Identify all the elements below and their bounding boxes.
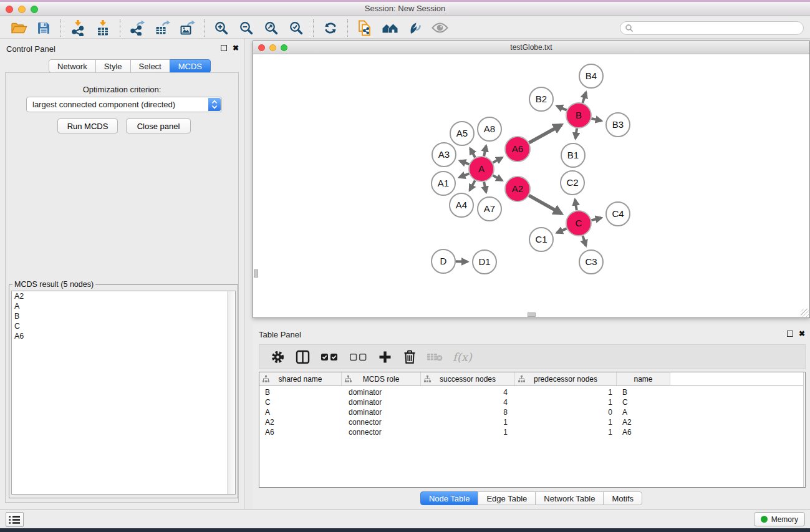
table-cell[interactable]: 1 [515,398,617,407]
clone-network-button[interactable] [352,19,377,37]
close-panel-button[interactable]: Close panel [126,118,191,133]
graph-edge-A6-B[interactable] [529,125,561,143]
table-scrollbar[interactable] [803,372,805,487]
graph-edge-A-A1[interactable] [460,173,470,177]
search-input[interactable] [620,21,804,35]
scrollbar-handle[interactable] [528,312,536,317]
table-cell[interactable]: 1 [515,418,617,427]
graph-node-B3[interactable]: B3 [606,113,630,137]
tab-style[interactable]: Style [95,59,131,73]
minimize-window-button[interactable] [269,44,276,51]
tab-network-table[interactable]: Network Table [535,491,604,505]
show-hide-button[interactable] [427,19,452,37]
delete-table-button[interactable] [427,349,443,365]
column-header-predecessor-nodes[interactable]: predecessor nodes [515,372,617,385]
graph-node-B[interactable]: B [566,103,591,128]
graphics-details-button[interactable] [402,19,427,37]
graph-edge-B-B3[interactable] [591,118,601,121]
close-window-button[interactable] [258,44,265,51]
result-item[interactable]: A6 [12,331,235,341]
table-cell[interactable]: 1 [515,428,617,437]
unselect-all-columns-button[interactable] [348,349,368,365]
table-row[interactable]: Adominator80A [259,407,805,417]
table-cell[interactable]: dominator [342,398,421,407]
tab-edge-table[interactable]: Edge Table [478,491,536,505]
graph-edge-A2-C[interactable] [529,195,561,213]
scrollbar-handle[interactable] [254,269,258,278]
graph-node-D[interactable]: D [432,249,455,273]
graph-node-A5[interactable]: A5 [450,122,474,145]
table-cell[interactable]: 0 [515,408,617,417]
graph-edge-A-A7[interactable] [484,182,486,193]
table-cell[interactable]: B [259,388,342,397]
graph-edge-A-A4[interactable] [470,180,475,190]
table-settings-button[interactable] [269,349,286,365]
table-cell[interactable]: connector [342,418,421,427]
result-item[interactable]: A [12,301,235,311]
optimization-criterion-select[interactable]: largest connected component (directed) [26,97,222,112]
float-panel-icon[interactable] [787,331,793,337]
table-cell[interactable]: C [617,398,670,407]
show-columns-button[interactable] [294,349,311,365]
graph-node-A7[interactable]: A7 [478,197,501,221]
column-header-mcds-role[interactable]: MCDS role [342,372,421,385]
minimize-window-button[interactable] [18,6,26,13]
graph-edge-C-C3[interactable] [582,236,586,246]
table-cell[interactable]: A [259,408,342,417]
resize-grip[interactable] [801,309,809,317]
graph-edge-C-C4[interactable] [591,218,601,220]
table-row[interactable]: A6connector11A6 [259,427,805,437]
table-cell[interactable]: C [259,398,342,407]
graph-edge-C-C2[interactable] [575,200,577,210]
import-table-button[interactable] [90,19,115,37]
table-cell[interactable]: B [617,388,670,397]
table-cell[interactable]: A [617,408,670,417]
delete-column-button[interactable] [402,349,418,365]
graph-node-B1[interactable]: B1 [561,143,585,167]
graph-node-A1[interactable]: A1 [432,172,455,195]
graph-node-D1[interactable]: D1 [473,250,496,274]
table-cell[interactable]: A2 [259,418,342,427]
table-cell[interactable]: 4 [421,398,515,407]
table-cell[interactable]: connector [342,428,421,437]
graph-node-C[interactable]: C [566,211,591,236]
zoom-window-button[interactable] [31,6,38,13]
graph-node-A4[interactable]: A4 [450,193,473,217]
graph-edge-A-A6[interactable] [493,158,502,163]
table-cell[interactable]: 4 [421,388,515,397]
zoom-out-button[interactable] [234,19,259,37]
graph-edge-A-A2[interactable] [493,175,502,180]
close-panel-icon[interactable]: ✖ [799,331,805,337]
graph-edge-B-B1[interactable] [576,128,577,138]
table-cell[interactable]: 8 [421,408,515,417]
graph-node-A3[interactable]: A3 [432,143,456,167]
result-item[interactable]: A2 [12,291,235,301]
export-network-button[interactable] [125,19,150,37]
table-row[interactable]: Cdominator41C [259,397,805,407]
graph-node-B2[interactable]: B2 [529,87,553,111]
export-image-button[interactable] [175,19,200,37]
graph-edge-B-B2[interactable] [557,106,567,110]
zoom-fit-button[interactable] [259,19,284,37]
run-mcds-button[interactable]: Run MCDS [57,118,118,133]
column-header-shared-name[interactable]: shared name [259,372,342,385]
graph-edge-C-C1[interactable] [557,228,567,233]
export-table-button[interactable] [150,19,175,37]
import-network-button[interactable] [65,19,90,37]
close-panel-icon[interactable]: ✖ [233,45,239,51]
tab-mcds[interactable]: MCDS [170,59,211,73]
list-scrollbar[interactable] [227,291,235,494]
close-window-button[interactable] [6,6,13,13]
tab-node-table[interactable]: Node Table [420,491,479,505]
open-session-button[interactable] [6,19,31,37]
table-cell[interactable]: dominator [342,388,421,397]
graph-node-C3[interactable]: C3 [579,250,603,274]
table-cell[interactable]: A6 [617,428,670,437]
graph-node-A2[interactable]: A2 [505,177,530,201]
table-cell[interactable]: 1 [421,428,515,437]
table-row[interactable]: Bdominator41B [259,387,805,397]
zoom-selected-button[interactable] [284,19,309,37]
column-header-successor-nodes[interactable]: successor nodes [421,372,515,385]
table-row[interactable]: A2connector11A2 [259,417,805,427]
refresh-button[interactable] [318,19,343,37]
